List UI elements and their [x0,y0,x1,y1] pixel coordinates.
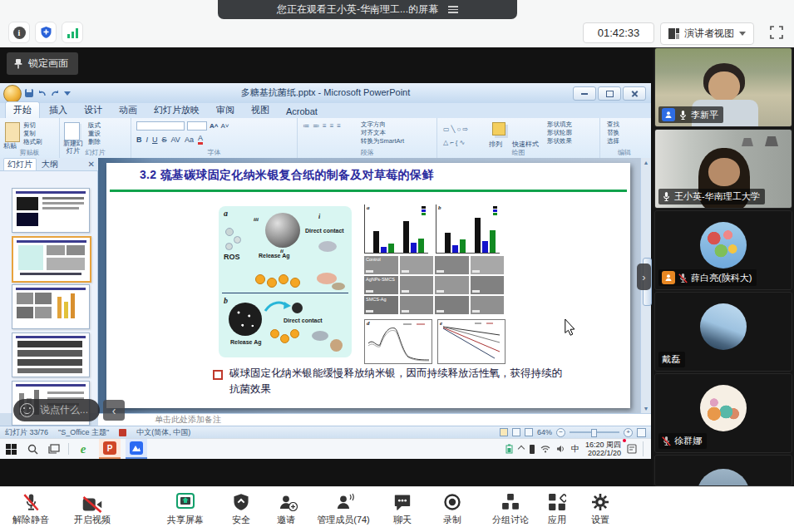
italic-button[interactable]: I [146,135,149,144]
underline-button[interactable]: U [152,135,158,144]
tab-slideshow[interactable]: 幻灯片放映 [146,102,207,118]
ribbon-group-editing[interactable]: 查找 替换 选择 编辑 [600,118,649,158]
taskbar-search-button[interactable] [22,440,43,458]
taskbar-powerpoint-button[interactable]: P [99,439,121,459]
task-view-button[interactable] [43,440,65,458]
view-mode-button[interactable]: 演讲者视图 [660,22,754,45]
start-button[interactable] [0,440,22,458]
chat-collapse-button[interactable]: ‹ [103,400,125,421]
cut-button[interactable]: 剪切 [23,121,42,130]
align-right-icon[interactable]: ≡ [337,122,341,130]
shape-arrow-icon[interactable]: ⇨ [462,126,468,133]
record-button[interactable]: 录制 [434,493,471,526]
shape-oval-icon[interactable]: ○ [456,126,461,133]
align-center-icon[interactable]: ≡ [330,122,334,130]
shape-rect-icon[interactable]: ▭ [443,126,450,133]
shape-line-icon[interactable]: ╲ [451,126,456,133]
participant-tile[interactable]: 徐群娜 [654,373,792,453]
participant-tile[interactable]: 戴磊 [654,292,792,372]
convert-smartart-button[interactable]: 转换为SmartArt [361,137,404,145]
network-quality-button[interactable] [62,22,83,43]
ribbon-group-font[interactable]: A˄ A˅ B I U S AV Aa A 字体 [131,118,298,158]
slide-thumbnail[interactable] [12,188,90,233]
numbering-icon[interactable]: ≕ [313,122,319,130]
grow-font-button[interactable]: A˄ [210,122,218,130]
tab-view[interactable]: 视图 [244,102,277,118]
zoom-slider[interactable] [570,431,619,433]
shrink-font-button[interactable]: A˅ [220,122,229,130]
show-desktop-button[interactable] [643,441,646,456]
align-left-icon[interactable]: ≡ [323,122,327,130]
ribbon-group-clipboard[interactable]: 粘贴 剪切 复制 格式刷 剪贴板 [0,118,60,158]
ribbon-group-drawing[interactable]: ▭╲○⇨ △⌐{∿ 排列 快速样式 形状填充 形状轮廓 形状效果 绘图 [437,118,600,158]
taskbar-meeting-button[interactable] [126,439,147,459]
apps-button[interactable]: 应用 [540,493,574,526]
tab-review[interactable]: 审阅 [209,102,242,118]
font-name-box[interactable] [136,121,185,131]
strikethrough-button[interactable]: S [162,135,167,144]
shape-effects-button[interactable]: 形状效果 [547,137,572,145]
format-painter-button[interactable]: 格式刷 [23,138,42,146]
notes-pane[interactable]: 单击此处添加备注 [98,413,651,426]
slide-thumbnail[interactable] [12,284,90,329]
bold-button[interactable]: B [136,135,142,144]
delete-button[interactable]: 删除 [88,138,101,146]
banner-menu-icon[interactable] [448,6,458,13]
select-button[interactable]: 选择 [607,137,619,145]
settings-button[interactable]: 设置 [584,493,617,526]
font-size-box[interactable] [187,121,207,131]
spellcheck-icon[interactable] [119,429,126,436]
lock-view-button[interactable]: 锁定画面 [7,52,78,75]
fullscreen-button[interactable] [767,23,786,42]
start-video-button[interactable]: 开启视频 [68,493,116,526]
scroll-down-icon[interactable]: ▼ [641,406,651,411]
layout-button[interactable]: 版式 [88,121,101,130]
participant-tile-partial[interactable] [654,455,792,486]
slide-thumbnail-current[interactable] [12,236,91,283]
zoom-out-icon[interactable]: − [556,428,565,437]
panel-close-icon[interactable]: ✕ [88,160,95,169]
tab-animations[interactable]: 动画 [111,102,145,118]
char-spacing-button[interactable]: AV [171,135,180,144]
slidesorter-view-icon[interactable] [512,428,520,436]
copy-button[interactable]: 复制 [23,130,42,138]
new-slide-icon[interactable] [64,122,80,140]
taskbar-ie-button[interactable]: e [72,440,94,458]
share-screen-button[interactable]: 共享屏幕 [161,493,210,526]
replace-button[interactable]: 替换 [607,129,619,137]
invite-button[interactable]: 邀请 [269,493,303,526]
watching-banner[interactable]: 您正在观看王小英-华南理工...的屏幕 [218,0,517,19]
ime-indicator[interactable]: 中 [571,443,579,455]
close-button[interactable] [623,86,646,101]
shape-tri-icon[interactable]: △ [443,140,448,146]
chat-button[interactable]: 聊天 [386,493,419,526]
tab-insert[interactable]: 插入 [42,102,75,118]
change-case-button[interactable]: Aa [185,135,194,144]
shape-brace-icon[interactable]: { [456,140,458,146]
sidebar-toggle-tab[interactable]: › [637,264,651,290]
speaker-icon[interactable] [556,445,565,453]
taskbar-clock[interactable]: 16:20 周四 2022/1/20 [585,441,621,458]
scroll-up-icon[interactable]: ▲ [641,158,651,165]
current-slide[interactable]: 3.2 巯基碳球固定化纳米银复合纸的制备及对草莓的保鲜 a iii ii i R… [106,163,630,408]
participant-tile[interactable]: 王小英-华南理工大学 [654,129,792,209]
reset-button[interactable]: 重设 [88,130,101,138]
slide-thumbnail[interactable] [12,332,90,377]
unmute-button[interactable]: 解除静音 [7,493,55,526]
zoom-percent[interactable]: 64% [537,428,552,436]
find-button[interactable]: 查找 [607,121,619,129]
quick-chat-bubble[interactable]: 说点什么... [13,399,100,421]
zoom-in-icon[interactable]: + [624,428,633,437]
bullets-icon[interactable]: ≔ [303,122,309,130]
ribbon-group-paragraph[interactable]: ≔≕ ≡≡≡ 文字方向 对齐文本 转换为SmartArt 段落 [298,118,437,158]
participant-tile[interactable]: 薛白亮(陕科大) [654,210,792,290]
ribbon-group-slides[interactable]: 新建幻灯片 版式 重设 删除 幻灯片 [60,118,131,158]
shape-curve-icon[interactable]: ∿ [460,140,466,146]
align-text-button[interactable]: 对齐文本 [361,129,404,137]
panel-tab-slides[interactable]: 幻灯片 [3,158,37,171]
wifi-icon[interactable] [540,445,550,453]
panel-tab-outline[interactable]: 大纲 [42,159,58,170]
tab-home[interactable]: 开始 [5,101,40,118]
shape-l-icon[interactable]: ⌐ [450,140,454,146]
participant-tile[interactable]: 李新平 [654,47,792,127]
